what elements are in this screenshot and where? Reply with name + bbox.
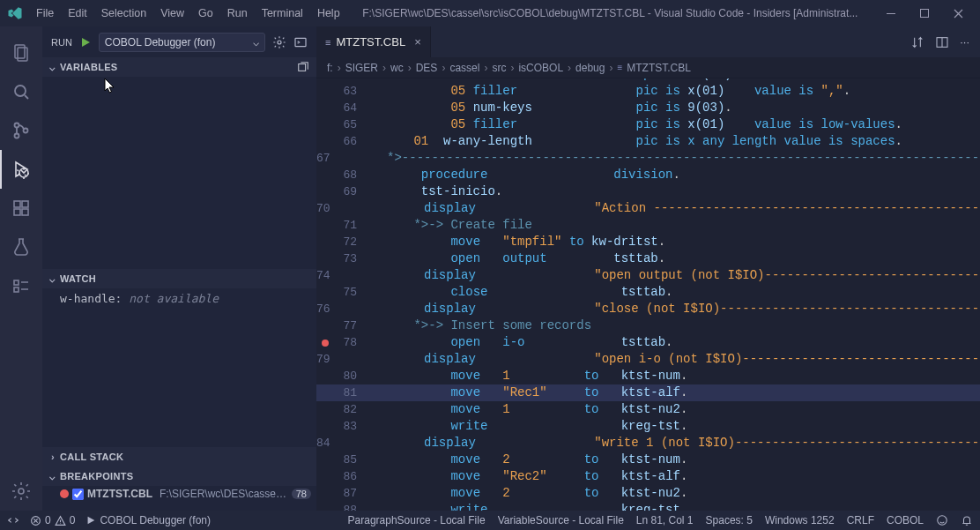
line-content[interactable]: *>-> Create file [369, 217, 980, 234]
menu-terminal[interactable]: Terminal [256, 4, 309, 23]
line-content[interactable]: tst-inicio. [369, 183, 980, 200]
line-content[interactable]: display "close (not I$IO)---------------… [343, 301, 980, 317]
code-line[interactable]: 82 move 1 to ktst-nu2. [316, 401, 980, 418]
close-button[interactable] [941, 0, 975, 26]
breadcrumb-segment[interactable]: isCOBOL [518, 62, 563, 74]
glyph-margin[interactable] [316, 167, 334, 183]
watch-expression[interactable]: w-handle: not available [60, 292, 308, 305]
line-content[interactable]: *>--------------------------------------… [343, 150, 980, 167]
breakpoint-icon[interactable] [322, 340, 329, 347]
close-tab-icon[interactable]: × [414, 35, 421, 49]
compare-changes-icon[interactable] [910, 35, 924, 49]
glyph-margin[interactable] [316, 83, 334, 100]
variables-header[interactable]: ⌵ VARIABLES [42, 57, 316, 77]
code-line[interactable]: 64 05 num-keys pic is 9(03). [316, 100, 980, 116]
notifications-icon[interactable] [961, 514, 973, 526]
code-line[interactable]: 88 write kreg-tst. [316, 502, 980, 511]
menu-help[interactable]: Help [311, 4, 346, 23]
debug-config-select[interactable]: COBOL Debugger (fon) ⌵ [99, 33, 265, 52]
line-content[interactable]: 05 filler pic is x(01) value is ",". [369, 83, 980, 100]
eol[interactable]: CRLF [847, 514, 874, 526]
cursor-position[interactable]: Ln 81, Col 1 [636, 514, 694, 526]
code-line[interactable]: 73 open output tsttab. [316, 250, 980, 267]
line-content[interactable]: 01 w-any-length pic is x any length valu… [369, 133, 980, 150]
breakpoint-checkbox[interactable] [72, 489, 84, 500]
run-debug-icon[interactable] [0, 150, 42, 189]
breadcrumb-segment[interactable]: cassel [449, 62, 479, 74]
breadcrumb-segment[interactable]: SIGER [345, 62, 378, 74]
line-content[interactable]: close tsttab. [369, 284, 980, 301]
code-line[interactable]: 76 display "close (not I$IO)------------… [316, 301, 980, 317]
line-content[interactable]: write kreg-tst. [369, 502, 980, 511]
code-line[interactable]: 86 move "Rec2" to ktst-alf. [316, 468, 980, 485]
line-content[interactable]: move 2 to ktst-nu2. [369, 485, 980, 502]
glyph-margin[interactable] [316, 452, 334, 468]
code-line[interactable]: 67 *>-----------------------------------… [316, 150, 980, 167]
search-icon[interactable] [0, 72, 42, 111]
breadcrumb-segment[interactable]: debug [575, 62, 605, 74]
breakpoints-header[interactable]: ⌵ BREAKPOINTS [42, 467, 316, 486]
line-content[interactable]: write kreg-tst. [369, 418, 980, 435]
breadcrumbs[interactable]: f:›SIGER›wc›DES›cassel›src›isCOBOL›debug… [316, 57, 980, 78]
glyph-margin[interactable] [316, 250, 334, 267]
code-line[interactable]: 72 move "tmpfil" to kw-dritst. [316, 234, 980, 250]
code-line[interactable]: 71 *>-> Create file [316, 217, 980, 234]
glyph-margin[interactable] [316, 468, 334, 485]
code-line[interactable]: 63 05 filler pic is x(01) value is ",". [316, 83, 980, 100]
code-line[interactable]: 84 display "write 1 (not I$IO)----------… [316, 435, 980, 452]
more-actions-icon[interactable]: ··· [960, 35, 969, 49]
code-line[interactable]: 79 display "open i-o (not I$IO)---------… [316, 351, 980, 368]
glyph-margin[interactable] [316, 418, 334, 435]
line-content[interactable]: procedure division. [369, 167, 980, 183]
source-control-icon[interactable] [0, 111, 42, 150]
menu-view[interactable]: View [154, 4, 190, 23]
code-line[interactable]: 80 move 1 to ktst-num. [316, 368, 980, 384]
watch-header[interactable]: ⌵ WATCH [42, 269, 316, 288]
code-line[interactable]: 66 01 w-any-length pic is x any length v… [316, 133, 980, 150]
breadcrumb-segment[interactable]: f: [327, 62, 333, 74]
code-editor[interactable]: 62 05 min-rec-size pic is 9(10).63 05 fi… [316, 78, 980, 511]
line-content[interactable]: *>-> Insert some records [369, 317, 980, 334]
paragraph-source[interactable]: ParagraphSource - Local File [348, 514, 486, 526]
glyph-margin[interactable] [316, 317, 334, 334]
line-content[interactable]: 05 num-keys pic is 9(03). [369, 100, 980, 116]
collapse-all-icon[interactable] [297, 61, 309, 73]
code-line[interactable]: 78 open i-o tsttab. [316, 334, 980, 351]
feedback-icon[interactable] [936, 514, 948, 526]
line-content[interactable]: move "Rec2" to ktst-alf. [369, 468, 980, 485]
maximize-button[interactable] [908, 0, 941, 26]
breakpoint-item[interactable]: MTZTST.CBLF:\SIGER\wc\DES\cassel\src\is.… [42, 486, 316, 502]
references-icon[interactable] [0, 266, 42, 305]
glyph-margin[interactable] [316, 183, 334, 200]
glyph-margin[interactable] [316, 100, 334, 116]
glyph-margin[interactable] [316, 334, 334, 351]
menu-selection[interactable]: Selection [95, 4, 152, 23]
glyph-margin[interactable] [316, 485, 334, 502]
variable-source[interactable]: VariableSource - Local File [498, 514, 624, 526]
breadcrumb-segment[interactable]: src [492, 62, 506, 74]
breadcrumb-segment[interactable]: wc [390, 62, 404, 74]
code-line[interactable]: 65 05 filler pic is x(01) value is low-v… [316, 116, 980, 133]
gear-icon[interactable] [272, 35, 286, 49]
code-line[interactable]: 81 move "Rec1" to ktst-alf. [316, 384, 980, 401]
code-line[interactable]: 68 procedure division. [316, 167, 980, 183]
breadcrumb-segment[interactable]: DES [416, 62, 438, 74]
code-line[interactable]: 75 close tsttab. [316, 284, 980, 301]
code-line[interactable]: 74 display "open output (not I$IO)------… [316, 267, 980, 284]
tab-mtztst[interactable]: ≡ MTZTST.CBL × [316, 26, 431, 57]
glyph-margin[interactable] [316, 284, 334, 301]
encoding[interactable]: Windows 1252 [765, 514, 835, 526]
menu-go[interactable]: Go [192, 4, 219, 23]
explorer-icon[interactable] [0, 34, 42, 72]
code-line[interactable]: 69 tst-inicio. [316, 183, 980, 200]
glyph-margin[interactable] [316, 217, 334, 234]
line-content[interactable]: open output tsttab. [369, 250, 980, 267]
settings-icon[interactable] [0, 472, 42, 511]
code-line[interactable]: 70 display "Action ---------------------… [316, 200, 980, 217]
line-content[interactable]: display "write 1 (not I$IO)-------------… [343, 435, 980, 452]
code-line[interactable]: 85 move 2 to ktst-num. [316, 452, 980, 468]
language-mode[interactable]: COBOL [887, 514, 924, 526]
glyph-margin[interactable] [316, 368, 334, 384]
menu-edit[interactable]: Edit [62, 4, 93, 23]
line-content[interactable]: move 1 to ktst-nu2. [369, 401, 980, 418]
